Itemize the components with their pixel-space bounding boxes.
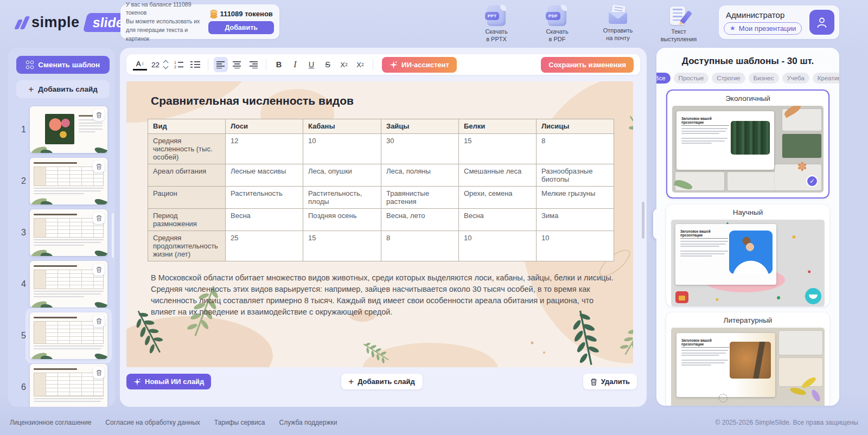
bold-button[interactable]: B (272, 57, 286, 72)
species-comparison-table[interactable]: Вид Лоси Кабаны Зайцы Белки Лисицы Средн… (148, 119, 614, 261)
table-cell[interactable]: Разнообразные биотопы (537, 164, 614, 187)
table-header-cell[interactable]: Зайцы (381, 119, 459, 134)
footer-link-tariffs[interactable]: Тарифы сервиса (214, 419, 265, 426)
table-cell[interactable]: Мелкие грызуны (537, 187, 614, 209)
filter-simple[interactable]: Простые (674, 73, 709, 84)
filter-all[interactable]: Все (656, 73, 671, 84)
align-left-button[interactable] (214, 57, 228, 72)
delete-slide-icon[interactable] (93, 367, 105, 379)
table-cell[interactable]: 25 (226, 231, 303, 261)
table-cell[interactable]: Весна, лето (381, 209, 459, 231)
download-pptx-button[interactable]: PPT Скачатьв PPTX (473, 5, 520, 43)
table-cell[interactable]: Весна (226, 209, 303, 231)
delete-slide-icon[interactable] (93, 264, 105, 276)
delete-slide-icon[interactable] (93, 212, 105, 224)
filter-creative[interactable]: Креатив (813, 73, 839, 84)
slide-paragraph[interactable]: В Московской области обитает множество в… (151, 272, 615, 318)
align-center-button[interactable] (230, 57, 244, 72)
table-cell[interactable]: Леса, поляны (381, 164, 459, 187)
subscript-button[interactable]: X2 (353, 57, 367, 72)
font-size-value[interactable]: 22 (149, 57, 162, 72)
table-header-cell[interactable]: Лисицы (537, 119, 614, 134)
filter-study[interactable]: Учеба (782, 73, 809, 84)
template-card-science[interactable]: Научный Заголовок вашей презентации (666, 204, 829, 306)
change-template-button[interactable]: Сменить шаблон (16, 56, 110, 74)
table-header-cell[interactable]: Лоси (226, 119, 303, 134)
delete-slide-icon[interactable] (93, 315, 105, 327)
strikethrough-button[interactable]: S (321, 57, 335, 72)
editor-bottom-bar: Новый ИИ слайд + Добавить слайд Удалить (126, 374, 637, 389)
font-size-stepper[interactable] (164, 61, 168, 68)
add-tokens-button[interactable]: Добавить (208, 21, 274, 34)
logo-text-simple: simple (31, 14, 80, 31)
table-cell[interactable]: Рацион (148, 187, 226, 209)
template-card-literary[interactable]: Литературный Заголовок вашей презентации (666, 312, 829, 406)
ai-assistant-button[interactable]: ИИ-ассистент (382, 57, 457, 73)
table-cell[interactable]: 8 (537, 134, 614, 164)
table-cell[interactable]: Ареал обитания (148, 164, 226, 187)
table-cell[interactable]: Лесные массивы (226, 164, 303, 187)
slide-thumbnail-3[interactable] (30, 209, 107, 256)
table-cell[interactable]: Зима (537, 209, 614, 231)
footer-link-license[interactable]: Лицензионное соглашение (10, 419, 91, 426)
table-cell[interactable]: Средняя численность (тыс. особей) (148, 134, 226, 164)
table-cell[interactable]: Поздняя осень (303, 209, 381, 231)
bullet-list-button[interactable] (188, 57, 202, 72)
italic-button[interactable]: I (288, 57, 302, 72)
slide-thumbnail-1[interactable] (30, 106, 107, 153)
filter-business[interactable]: Бизнес (749, 73, 779, 84)
slide-title[interactable]: Сравнительная численность видов (151, 94, 354, 107)
filter-strict[interactable]: Строгие (712, 73, 745, 84)
table-row: Средняя продолжительность жизни (лет) 25… (148, 231, 614, 261)
new-ai-slide-button[interactable]: Новый ИИ слайд (126, 374, 211, 389)
avatar-button[interactable] (809, 10, 834, 35)
sidebar-scrollbar[interactable] (112, 213, 114, 258)
footer-link-support[interactable]: Служба поддержки (279, 419, 337, 426)
svg-text:1: 1 (174, 61, 176, 65)
save-changes-button[interactable]: Сохранить изменения (541, 57, 634, 73)
table-cell[interactable]: Растительность, плоды (303, 187, 381, 209)
footer-link-data-consent[interactable]: Согласие на обработку данных (105, 419, 200, 426)
table-cell[interactable]: Леса, опушки (303, 164, 381, 187)
table-cell[interactable]: 10 (537, 231, 614, 261)
table-header-cell[interactable]: Вид (148, 119, 226, 134)
table-cell[interactable]: 15 (459, 134, 537, 164)
slide-thumbnail-2[interactable] (30, 158, 107, 204)
table-cell[interactable]: 30 (381, 134, 459, 164)
speech-text-button[interactable]: Текствыступления (655, 5, 702, 43)
sidebar-add-slide-button[interactable]: + Добавить слайд (16, 80, 110, 98)
send-email-button[interactable]: Отправитьна почту (595, 5, 641, 43)
table-cell[interactable]: Орехи, семена (459, 187, 537, 209)
editor-scrollbar[interactable] (642, 202, 644, 239)
table-header-cell[interactable]: Кабаны (303, 119, 381, 134)
add-slide-button[interactable]: + Добавить слайд (341, 374, 422, 389)
table-cell[interactable]: Смешанные леса (459, 164, 537, 187)
table-cell[interactable]: Растительность (226, 187, 303, 209)
table-cell[interactable]: Период размножения (148, 209, 226, 231)
superscript-button[interactable]: X2 (337, 57, 351, 72)
delete-slide-button[interactable]: Удалить (583, 374, 637, 389)
font-color-size-button[interactable]: A↕ (133, 59, 147, 71)
table-cell[interactable]: 8 (381, 231, 459, 261)
table-cell[interactable]: Весна (459, 209, 537, 231)
slide-thumbnail-4[interactable] (30, 261, 107, 308)
table-cell[interactable]: 10 (459, 231, 537, 261)
table-header-cell[interactable]: Белки (459, 119, 537, 134)
delete-slide-icon[interactable] (93, 161, 105, 172)
table-cell[interactable]: 12 (226, 134, 303, 164)
download-pdf-button[interactable]: PDF Скачатьв PDF (534, 5, 580, 43)
slide-thumbnail-6[interactable] (30, 364, 107, 407)
table-cell[interactable]: 15 (303, 231, 381, 261)
my-presentations-button[interactable]: ★ Мои презентации (724, 22, 802, 35)
slide-thumbnail-5[interactable] (30, 312, 107, 359)
table-cell[interactable]: Средняя продолжительность жизни (лет) (148, 231, 226, 261)
slide-canvas[interactable]: Сравнительная численность видов Вид Лоси… (126, 81, 633, 367)
table-cell[interactable]: 10 (303, 134, 381, 164)
delete-slide-icon[interactable] (93, 109, 105, 121)
app-logo[interactable]: simple slide (16, 13, 131, 32)
numbered-list-button[interactable]: 1 2 (172, 57, 186, 72)
table-cell[interactable]: Травянистые растения (381, 187, 459, 209)
align-right-button[interactable] (246, 57, 260, 72)
underline-button[interactable]: U (304, 57, 318, 72)
template-card-eco[interactable]: Экологичный ✽ Заголовок вашей презентаци… (666, 89, 829, 199)
